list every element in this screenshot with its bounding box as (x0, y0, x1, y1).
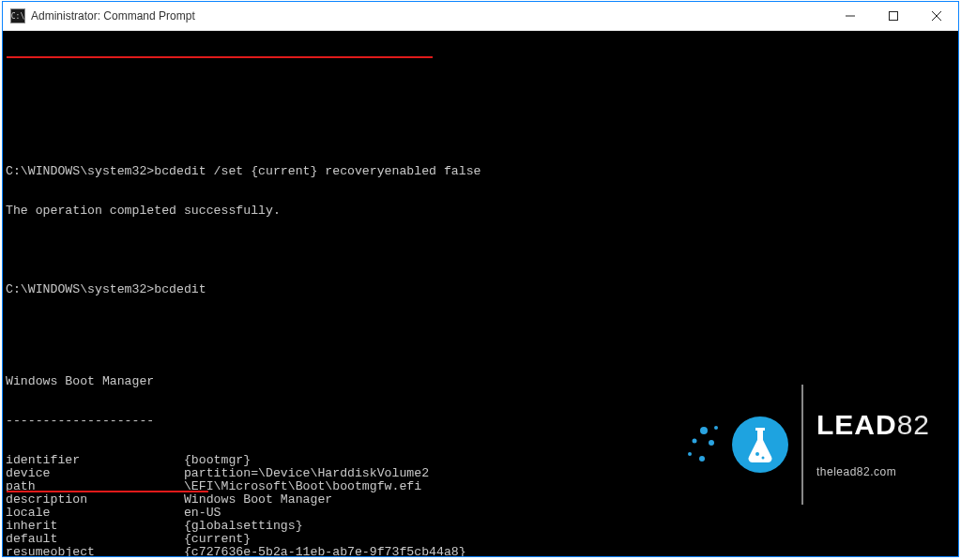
kv-key: default (6, 533, 184, 546)
kv-value: partition=\Device\HarddiskVolume2 (184, 467, 429, 480)
maximize-button[interactable] (872, 2, 915, 30)
terminal-line (6, 323, 958, 336)
prompt: C:\WINDOWS\system32> (6, 282, 154, 296)
close-button[interactable] (915, 2, 958, 30)
kv-row: identifier {bootmgr} (6, 454, 958, 467)
terminal-output[interactable]: C:\WINDOWS\system32>bcdedit /set {curren… (3, 31, 958, 556)
kv-value: {bootmgr} (184, 454, 251, 467)
terminal-line: C:\WINDOWS\system32>bcdedit /set {curren… (6, 165, 958, 178)
section-title: Windows Boot Manager (6, 375, 958, 388)
kv-key: resumeobject (6, 546, 184, 556)
window-title: Administrator: Command Prompt (31, 9, 195, 23)
kv-value: \EFI\Microsoft\Boot\bootmgfw.efi (184, 480, 421, 493)
terminal-line (6, 126, 958, 139)
terminal-line (6, 244, 958, 257)
svg-point-5 (700, 427, 708, 434)
highlight-underline (7, 56, 433, 58)
kv-key: inherit (6, 520, 184, 533)
kv-row: locale en-US (6, 507, 958, 520)
kv-value: en-US (184, 507, 221, 520)
app-icon: C:\ (10, 8, 25, 23)
kv-key: description (6, 493, 184, 507)
command-text: bcdedit /set {current} recoveryenabled f… (154, 164, 480, 178)
svg-point-7 (709, 440, 714, 446)
terminal-line: The operation completed successfully. (6, 204, 958, 218)
svg-rect-1 (890, 12, 898, 21)
kv-row: resumeobject {c727636e-5b2a-11eb-ab7e-9f… (6, 546, 958, 556)
section-dashes: -------------------- (6, 415, 958, 428)
command-prompt-window: C:\ Administrator: Command Prompt C:\WIN… (2, 1, 959, 557)
kv-row: description Windows Boot Manager (6, 493, 958, 507)
terminal-line: C:\WINDOWS\system32>bcdedit (6, 283, 958, 296)
kv-row: inherit {globalsettings} (6, 520, 958, 533)
highlight-underline (7, 491, 208, 492)
kv-value: {c727636e-5b2a-11eb-ab7e-9f73f5cb44a8} (184, 546, 466, 556)
kv-key: identifier (6, 454, 184, 467)
kv-value: {globalsettings} (184, 520, 303, 533)
kv-key: device (6, 467, 184, 480)
kv-value: {current} (184, 533, 251, 546)
kv-row: device partition=\Device\HarddiskVolume2 (6, 467, 958, 480)
kv-row: default {current} (6, 533, 958, 546)
kv-key: locale (6, 507, 184, 520)
kv-value: Windows Boot Manager (184, 493, 332, 507)
titlebar[interactable]: C:\ Administrator: Command Prompt (3, 2, 958, 31)
minimize-button[interactable] (829, 2, 872, 30)
command-text: bcdedit (154, 282, 206, 296)
svg-point-6 (692, 439, 696, 444)
prompt: C:\WINDOWS\system32> (6, 164, 154, 178)
output-text: The operation completed successfully. (6, 204, 281, 218)
